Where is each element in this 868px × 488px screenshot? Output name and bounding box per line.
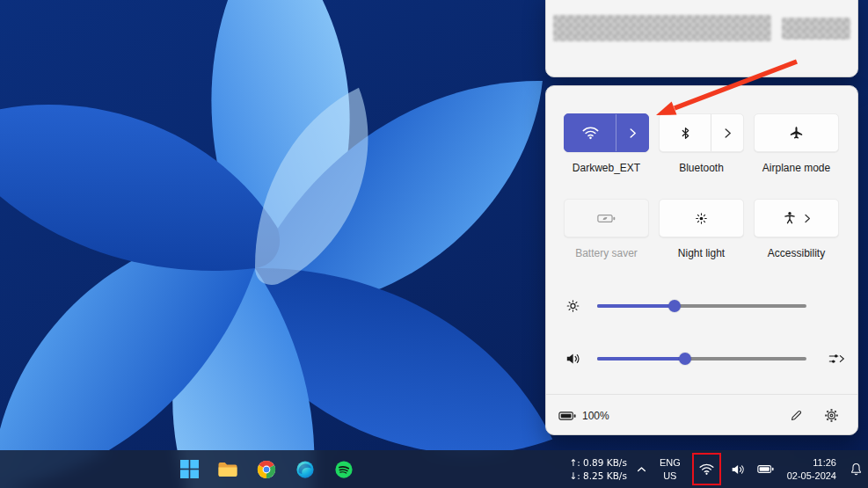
desktop: Darkweb_EXT Bluetooth Airplane mode Batt… [0, 0, 868, 488]
bluetooth-icon [679, 127, 692, 140]
windows-logo-icon [180, 460, 199, 478]
annotation-highlight-box [692, 453, 721, 485]
night-light-icon [694, 211, 709, 226]
quick-settings-panel: Darkweb_EXT Bluetooth Airplane mode Batt… [545, 85, 858, 435]
battery-status-button[interactable]: 100% [558, 410, 609, 422]
accessibility-tile-label: Accessibility [745, 247, 848, 259]
brightness-slider[interactable] [597, 304, 806, 308]
battery-percent-label: 100% [582, 410, 609, 422]
settings-gear-icon [824, 408, 839, 423]
battery-saver-toggle-button[interactable] [565, 200, 648, 237]
redacted-content-block [782, 18, 850, 40]
brightness-slider-thumb[interactable] [668, 300, 681, 312]
download-speed: ↓: 8.25 KB/s [569, 470, 627, 483]
file-explorer-button[interactable] [215, 456, 241, 483]
edit-pencil-icon [790, 409, 803, 422]
battery-saver-tile [564, 199, 649, 237]
chevron-up-icon [637, 466, 646, 473]
accessibility-tile [754, 199, 839, 237]
wifi-tile-label: Darkweb_EXT [555, 162, 658, 174]
tray-overflow-button[interactable] [635, 463, 648, 477]
airplane-icon [789, 126, 804, 141]
brightness-sun-icon [565, 299, 580, 314]
chrome-icon [257, 460, 276, 479]
network-speed-indicator: ↑: 0.89 KB/s ↓: 8.25 KB/s [569, 456, 627, 482]
wifi-icon [582, 126, 599, 140]
language-code: ENG [660, 456, 681, 469]
wifi-tile [564, 113, 649, 152]
quick-settings-footer: 100% [546, 394, 857, 436]
edge-icon [295, 460, 315, 479]
spotify-icon [334, 460, 354, 479]
edge-button[interactable] [292, 456, 318, 483]
airplane-mode-toggle-button[interactable] [755, 114, 838, 151]
night-light-tile-label: Night light [650, 247, 753, 259]
wifi-toggle-button[interactable] [565, 114, 616, 151]
folder-icon [217, 461, 238, 478]
redacted-content-block [553, 15, 771, 41]
night-light-toggle-button[interactable] [660, 200, 743, 237]
upload-speed: ↑: 0.89 KB/s [569, 456, 627, 470]
battery-icon [757, 464, 774, 474]
volume-slider-thumb[interactable] [679, 353, 691, 365]
bluetooth-expand-button[interactable] [711, 114, 743, 151]
chrome-button[interactable] [253, 456, 280, 483]
bluetooth-tile-label: Bluetooth [650, 162, 753, 174]
battery-tray-button[interactable] [755, 461, 776, 477]
airplane-mode-tile-label: Airplane mode [745, 162, 848, 174]
volume-slider-fill [597, 357, 685, 361]
bell-icon [850, 463, 863, 476]
taskbar-app-icons [176, 450, 357, 488]
bluetooth-toggle-button[interactable] [660, 114, 711, 151]
clock[interactable]: 11:26 02-05-2024 [784, 455, 840, 484]
clock-date: 02-05-2024 [787, 470, 836, 483]
accessibility-flyout-button[interactable] [755, 200, 838, 237]
volume-speaker-icon [565, 353, 581, 366]
edit-quick-settings-button[interactable] [782, 403, 810, 429]
accessibility-icon [783, 211, 797, 225]
night-light-tile [659, 199, 744, 237]
volume-tray-button[interactable] [729, 460, 748, 479]
language-indicator[interactable]: ENG US [656, 455, 684, 484]
bluetooth-tile [659, 113, 744, 152]
wifi-icon [699, 463, 714, 476]
speaker-icon [731, 463, 746, 476]
battery-saver-tile-label: Battery saver [555, 247, 658, 259]
start-button[interactable] [176, 456, 202, 483]
battery-saver-icon [597, 213, 616, 224]
airplane-mode-tile [754, 113, 839, 152]
wifi-tray-button[interactable] [697, 459, 716, 479]
wifi-expand-button[interactable] [616, 114, 648, 151]
language-region: US [663, 470, 676, 482]
volume-slider[interactable] [597, 357, 806, 361]
audio-output-icon [828, 353, 845, 365]
chevron-right-icon [724, 127, 732, 139]
spotify-button[interactable] [331, 456, 357, 483]
battery-icon [558, 411, 576, 421]
settings-button[interactable] [817, 403, 845, 429]
brightness-row [546, 297, 859, 315]
chevron-right-icon [629, 127, 637, 139]
volume-row [546, 350, 859, 368]
system-tray: ↑: 0.89 KB/s ↓: 8.25 KB/s ENG US [569, 450, 864, 488]
notification-flyout [545, 0, 858, 77]
clock-time: 11:26 [813, 456, 836, 470]
taskbar: ↑: 0.89 KB/s ↓: 8.25 KB/s ENG US [0, 450, 868, 488]
audio-output-button[interactable] [827, 351, 847, 367]
brightness-slider-fill [597, 304, 675, 308]
chevron-right-icon [804, 214, 811, 223]
notification-center-button[interactable] [848, 459, 864, 479]
